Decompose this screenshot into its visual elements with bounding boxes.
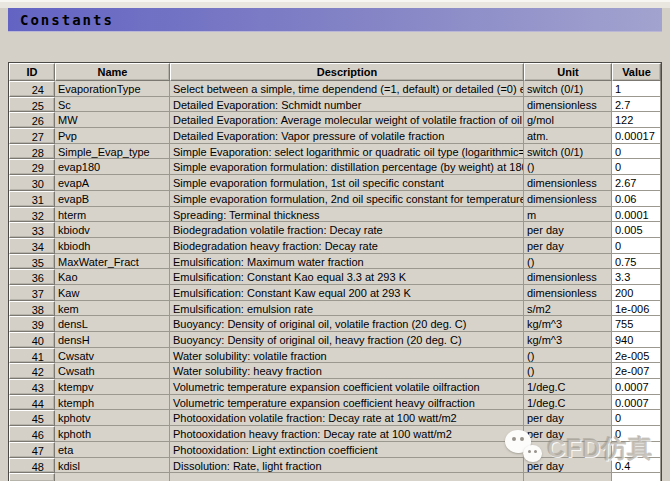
value-cell[interactable]: 0 bbox=[612, 238, 661, 254]
description-cell[interactable]: Simple evaporation formulation: distilla… bbox=[170, 159, 524, 175]
unit-cell[interactable]: per day bbox=[524, 426, 612, 442]
description-cell[interactable]: Buoyancy: Density of original oil, volat… bbox=[170, 316, 524, 332]
row-id-cell[interactable]: 37 bbox=[9, 285, 55, 301]
unit-cell[interactable]: per day bbox=[524, 238, 612, 254]
row-id-cell[interactable]: 38 bbox=[9, 301, 55, 317]
row-id-cell[interactable]: 29 bbox=[9, 159, 55, 175]
value-cell[interactable]: 1 bbox=[612, 81, 661, 97]
value-cell[interactable]: 3.3 bbox=[612, 269, 661, 285]
value-cell[interactable]: 0.4 bbox=[612, 458, 661, 474]
unit-cell[interactable]: dimensionless bbox=[524, 285, 612, 301]
value-cell[interactable]: 0.005 bbox=[612, 222, 661, 238]
description-cell[interactable]: Buoyancy: Density of original oil, heavy… bbox=[170, 332, 524, 348]
description-cell[interactable]: Emulsification: Constant Kaw equal 200 a… bbox=[170, 285, 524, 301]
row-id-cell[interactable]: 34 bbox=[9, 238, 55, 254]
unit-cell[interactable]: atm. bbox=[524, 128, 612, 144]
row-id-cell[interactable]: 46 bbox=[9, 426, 55, 442]
value-cell[interactable]: 2.7 bbox=[612, 97, 661, 113]
row-id-cell[interactable]: 32 bbox=[9, 207, 55, 223]
value-cell[interactable]: 0 bbox=[612, 426, 661, 442]
name-cell[interactable]: Pvp bbox=[55, 128, 170, 144]
description-cell[interactable]: Emulsification: emulsion rate bbox=[170, 301, 524, 317]
unit-cell[interactable]: dimensionless bbox=[524, 175, 612, 191]
description-cell[interactable]: Biodegradation volatile fraction: Decay … bbox=[170, 222, 524, 238]
value-cell[interactable]: 0.0001 bbox=[612, 207, 661, 223]
row-id-cell[interactable]: 33 bbox=[9, 222, 55, 238]
row-id-cell[interactable]: 39 bbox=[9, 316, 55, 332]
unit-cell[interactable]: kg/m^3 bbox=[524, 332, 612, 348]
name-cell[interactable]: EvaporationType bbox=[55, 81, 170, 97]
description-cell[interactable]: Simple Evaporation: select logarithmic o… bbox=[170, 144, 524, 160]
value-cell[interactable]: 2e-007 bbox=[612, 363, 661, 379]
row-id-cell[interactable]: 25 bbox=[9, 97, 55, 113]
description-cell[interactable]: Photooxidation heavy fraction: Decay rat… bbox=[170, 426, 524, 442]
value-cell[interactable]: 0 bbox=[612, 410, 661, 426]
unit-cell[interactable] bbox=[524, 442, 612, 458]
value-cell[interactable]: 1e-006 bbox=[612, 301, 661, 317]
unit-cell[interactable]: () bbox=[524, 363, 612, 379]
unit-cell[interactable]: g/mol bbox=[524, 112, 612, 128]
name-cell[interactable]: Simple_Evap_type bbox=[55, 144, 170, 160]
unit-cell[interactable]: dimensionless bbox=[524, 97, 612, 113]
row-id-cell[interactable]: 43 bbox=[9, 379, 55, 395]
value-cell[interactable]: 0 bbox=[612, 144, 661, 160]
unit-cell[interactable]: () bbox=[524, 348, 612, 364]
value-cell[interactable]: 940 bbox=[612, 332, 661, 348]
row-id-cell[interactable]: 42 bbox=[9, 363, 55, 379]
name-cell[interactable]: kbiodv bbox=[55, 222, 170, 238]
description-cell[interactable]: Detailed Evaporation: Average molecular … bbox=[170, 112, 524, 128]
row-id-cell[interactable]: 24 bbox=[9, 81, 55, 97]
name-cell[interactable]: eta bbox=[55, 442, 170, 458]
unit-cell[interactable]: () bbox=[524, 159, 612, 175]
name-cell[interactable]: ktempv bbox=[55, 379, 170, 395]
name-cell[interactable]: Cwsatv bbox=[55, 348, 170, 364]
row-id-cell[interactable]: 30 bbox=[9, 175, 55, 191]
name-cell[interactable]: MW bbox=[55, 112, 170, 128]
value-cell[interactable]: 0.0007 bbox=[612, 395, 661, 411]
row-id-cell[interactable]: 48 bbox=[9, 458, 55, 474]
description-cell[interactable]: Volumetric temperature expansion coeffic… bbox=[170, 379, 524, 395]
name-cell[interactable]: Kaw bbox=[55, 285, 170, 301]
name-cell[interactable]: densL bbox=[55, 316, 170, 332]
description-cell[interactable]: Photooxidation volatile fraction: Decay … bbox=[170, 410, 524, 426]
unit-cell[interactable]: switch (0/1) bbox=[524, 144, 612, 160]
unit-cell[interactable]: () bbox=[524, 254, 612, 270]
name-cell[interactable]: kdisl bbox=[55, 458, 170, 474]
name-cell[interactable]: evapA bbox=[55, 175, 170, 191]
name-cell[interactable]: densH bbox=[55, 332, 170, 348]
row-id-cell[interactable]: 31 bbox=[9, 191, 55, 207]
value-cell[interactable]: 0.00017 bbox=[612, 128, 661, 144]
description-cell[interactable]: Biodegradation heavy fraction: Decay rat… bbox=[170, 238, 524, 254]
value-cell[interactable]: 0 bbox=[612, 159, 661, 175]
name-cell[interactable]: hterm bbox=[55, 207, 170, 223]
name-cell[interactable]: Kao bbox=[55, 269, 170, 285]
value-cell[interactable]: 200 bbox=[612, 285, 661, 301]
description-cell[interactable]: Volumetric temperature expansion coeffic… bbox=[170, 395, 524, 411]
row-id-cell[interactable]: 47 bbox=[9, 442, 55, 458]
description-cell[interactable]: Emulsification: Maximum water fraction bbox=[170, 254, 524, 270]
row-id-cell[interactable]: 44 bbox=[9, 395, 55, 411]
row-id-cell[interactable]: 26 bbox=[9, 112, 55, 128]
value-cell[interactable]: 2e-005 bbox=[612, 348, 661, 364]
unit-cell[interactable]: per day bbox=[524, 410, 612, 426]
name-cell[interactable]: evap180 bbox=[55, 159, 170, 175]
description-cell[interactable]: Detailed Evaporation: Vapor pressure of … bbox=[170, 128, 524, 144]
name-cell[interactable]: kem bbox=[55, 301, 170, 317]
unit-cell[interactable]: 1/deg.C bbox=[524, 395, 612, 411]
row-id-cell[interactable]: 41 bbox=[9, 348, 55, 364]
name-cell[interactable]: kbiodh bbox=[55, 238, 170, 254]
unit-cell[interactable]: switch (0/1) bbox=[524, 81, 612, 97]
value-cell[interactable]: 755 bbox=[612, 316, 661, 332]
name-cell[interactable]: kphoth bbox=[55, 426, 170, 442]
value-cell[interactable]: 0.0007 bbox=[612, 379, 661, 395]
value-cell[interactable]: 122 bbox=[612, 112, 661, 128]
description-cell[interactable]: Water solubility: heavy fraction bbox=[170, 363, 524, 379]
unit-cell[interactable]: dimensionless bbox=[524, 269, 612, 285]
description-cell[interactable]: Select between a simple, time dependend … bbox=[170, 81, 524, 97]
name-cell[interactable]: ktemph bbox=[55, 395, 170, 411]
unit-cell[interactable]: m bbox=[524, 207, 612, 223]
row-id-cell[interactable]: 45 bbox=[9, 410, 55, 426]
row-id-cell[interactable]: 27 bbox=[9, 128, 55, 144]
unit-cell[interactable]: s/m2 bbox=[524, 301, 612, 317]
unit-cell[interactable]: 1/deg.C bbox=[524, 379, 612, 395]
